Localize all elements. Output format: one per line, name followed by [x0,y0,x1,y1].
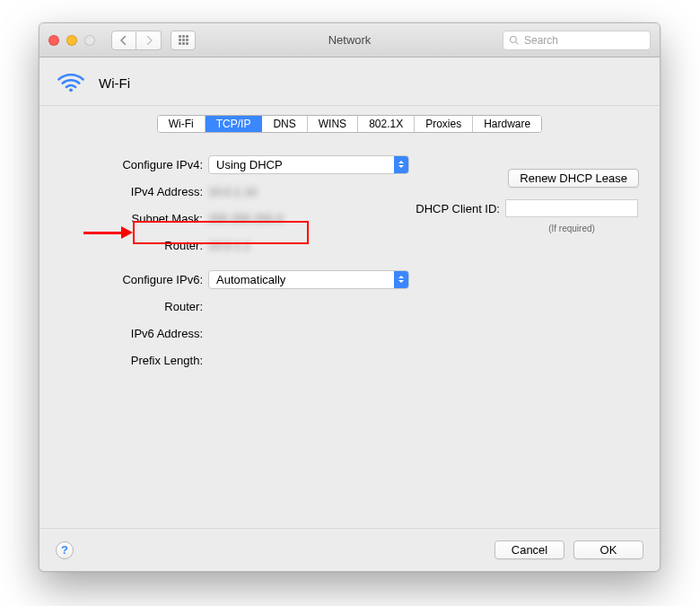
subnet-mask-label: Subnet Mask: [59,212,208,225]
dhcp-client-id-input[interactable] [505,199,638,217]
chevron-updown-icon [394,156,408,173]
subnet-mask-value: 255.255.255.0 [208,212,283,225]
tab-8021x[interactable]: 802.1X [358,116,415,132]
tab-hardware[interactable]: Hardware [473,116,541,132]
if-required-note: (If required) [505,224,638,233]
chevron-updown-icon [394,271,408,288]
minimize-icon[interactable] [66,35,77,46]
grid-icon [179,35,188,45]
ipv4-address-value: 10.0.1.10 [208,185,257,198]
tab-tcpip[interactable]: TCP/IP [206,116,263,132]
interface-header: Wi-Fi [39,57,660,106]
tab-wifi[interactable]: Wi-Fi [158,116,206,132]
prefix-length-label: Prefix Length: [59,354,208,367]
configure-ipv4-label: Configure IPv4: [59,158,208,171]
show-all-button[interactable] [171,31,196,50]
configure-ipv4-select[interactable]: Using DHCP [208,155,409,174]
tab-wins[interactable]: WINS [308,116,358,132]
configure-ipv6-select[interactable]: Automatically [208,270,409,289]
configure-ipv6-label: Configure IPv6: [59,273,208,286]
tcpip-form: Configure IPv4: Using DHCP IPv4 Address:… [39,133,660,373]
ipv4-address-label: IPv4 Address: [59,185,208,198]
wifi-icon [56,70,86,96]
router-label: Router: [59,239,208,252]
ipv6-address-label: IPv6 Address: [59,327,208,340]
cancel-button[interactable]: Cancel [494,540,564,559]
ok-button[interactable]: OK [573,540,643,559]
close-icon[interactable] [48,35,59,46]
tab-proxies[interactable]: Proxies [415,116,473,132]
nav-buttons [111,31,162,50]
search-placeholder: Search [524,34,558,47]
tab-row: Wi-FiTCP/IPDNSWINS802.1XProxiesHardware [39,115,660,133]
tab-dns[interactable]: DNS [262,116,307,132]
svg-point-0 [511,36,517,42]
zoom-icon [84,35,95,46]
interface-title: Wi-Fi [99,75,130,91]
svg-point-2 [69,88,73,92]
help-button[interactable]: ? [56,541,74,559]
footer: ? Cancel OK [39,528,660,571]
configure-ipv6-value: Automatically [216,273,285,286]
network-preferences-window: Network Search Wi-Fi Wi-FiTCP/IPDNSWINS8… [39,22,661,572]
titlebar: Network Search [39,23,660,57]
renew-dhcp-button[interactable]: Renew DHCP Lease [508,169,639,188]
tabs: Wi-FiTCP/IPDNSWINS802.1XProxiesHardware [157,115,542,133]
back-button[interactable] [111,31,136,50]
svg-line-1 [516,41,519,44]
configure-ipv4-value: Using DHCP [216,158,283,171]
dhcp-client-id-label: DHCP Client ID: [415,202,500,215]
search-icon [509,35,520,46]
router-value: 10.0.1.1 [208,239,250,252]
forward-button[interactable] [136,31,162,50]
search-input[interactable]: Search [503,31,651,50]
traffic-lights [48,35,95,46]
router6-label: Router: [59,300,208,313]
dhcp-column: Renew DHCP Lease DHCP Client ID: (If req… [415,169,639,233]
